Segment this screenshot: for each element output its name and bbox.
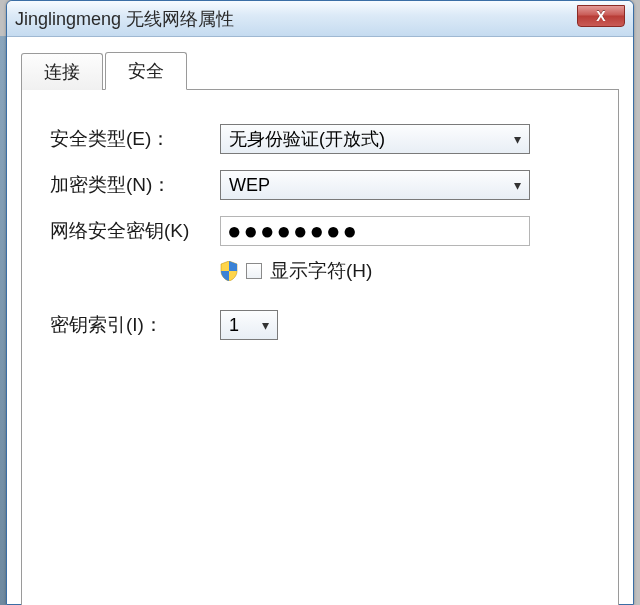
- close-button[interactable]: X: [577, 5, 625, 27]
- security-type-combo[interactable]: 无身份验证(开放式): [220, 124, 530, 154]
- show-characters-checkbox[interactable]: [246, 263, 262, 279]
- close-icon: X: [596, 8, 605, 24]
- row-network-key: 网络安全密钥(K) ●●●●●●●●: [50, 216, 598, 246]
- client-area: 连接 安全 安全类型(E)： 无身份验证(开放式) 加密类型(N)： WEP 网…: [7, 37, 633, 604]
- password-mask: ●●●●●●●●: [227, 217, 359, 244]
- combo-value: 无身份验证(开放式): [229, 127, 385, 151]
- network-key-input[interactable]: ●●●●●●●●: [220, 216, 530, 246]
- tab-label: 安全: [128, 61, 164, 81]
- row-security-type: 安全类型(E)： 无身份验证(开放式): [50, 124, 598, 154]
- uac-shield-icon: [220, 261, 238, 281]
- tab-label: 连接: [44, 62, 80, 82]
- dialog-window: Jinglingmeng 无线网络属性 X 连接 安全 安全类型(E)： 无身份…: [6, 0, 634, 605]
- combo-value: WEP: [229, 175, 270, 196]
- window-title: Jinglingmeng 无线网络属性: [15, 7, 234, 31]
- combo-value: 1: [229, 315, 239, 336]
- security-type-label: 安全类型(E)：: [50, 126, 220, 152]
- network-key-label: 网络安全密钥(K): [50, 218, 220, 244]
- row-show-characters: 显示字符(H): [220, 258, 598, 284]
- key-index-label: 密钥索引(I)：: [50, 312, 220, 338]
- show-characters-label: 显示字符(H): [270, 258, 372, 284]
- tab-strip: 连接 安全: [21, 51, 619, 89]
- tab-security[interactable]: 安全: [105, 52, 187, 90]
- key-index-combo[interactable]: 1: [220, 310, 278, 340]
- row-encryption-type: 加密类型(N)： WEP: [50, 170, 598, 200]
- row-key-index: 密钥索引(I)： 1: [50, 310, 598, 340]
- tab-connect[interactable]: 连接: [21, 53, 103, 90]
- titlebar[interactable]: Jinglingmeng 无线网络属性 X: [7, 1, 633, 37]
- tab-panel-security: 安全类型(E)： 无身份验证(开放式) 加密类型(N)： WEP 网络安全密钥(…: [21, 89, 619, 605]
- encryption-type-label: 加密类型(N)：: [50, 172, 220, 198]
- encryption-type-combo[interactable]: WEP: [220, 170, 530, 200]
